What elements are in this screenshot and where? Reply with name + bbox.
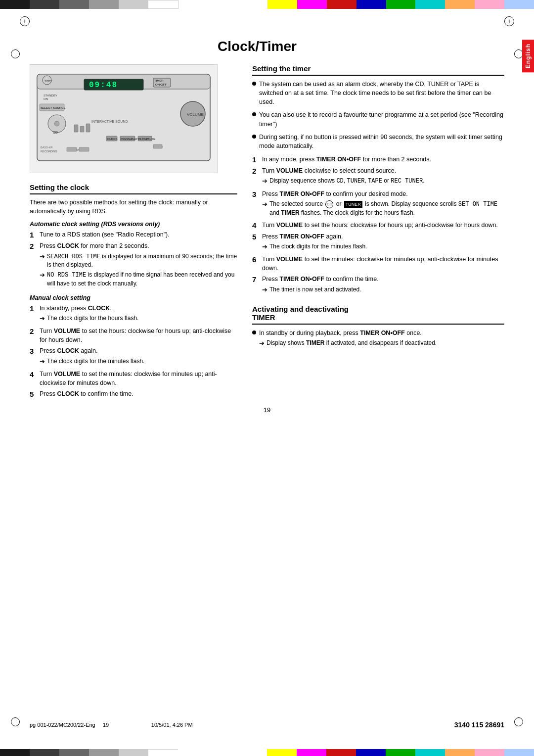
timer-step-3-arrow: ➔ The selected source CD or TUNER is sho… [262, 200, 504, 217]
reg-circle-right [504, 16, 514, 26]
timer-step-2-arrow: ➔ Display sequence shows CD, TUNER, TAPE… [262, 177, 504, 186]
timer-bullet-2: You can also use it to record a favourit… [252, 110, 504, 128]
setting-clock-header: Setting the clock [30, 183, 237, 194]
manual-step-5: 5 Press CLOCK to confirm the time. [30, 390, 237, 399]
color-block [445, 0, 475, 9]
device-svg: 09:48 TIMER STBY STANDBY ON SELECT SOURC… [35, 69, 213, 168]
timer-steps-list: 1 In any mode, press TIMER ON•OFF for mo… [252, 155, 504, 296]
svg-text:ON: ON [44, 97, 48, 100]
color-block [327, 0, 356, 9]
footer-right: 3140 115 28691 [454, 721, 504, 729]
bottom-reg-mark-left [11, 717, 20, 726]
color-block [0, 0, 30, 9]
color-block [504, 0, 534, 9]
timer-step-2: 2 Turn VOLUME clockwise to select sound … [252, 167, 504, 188]
color-block [386, 0, 416, 9]
auto-step-2-arrow1: ➔ SEARCH RDS TIME is displayed for a max… [40, 252, 237, 270]
timer-step-4: 4 Turn VOLUME to set the hours: clockwis… [252, 221, 504, 230]
reg-circle-left [20, 16, 30, 26]
svg-text:STBY: STBY [44, 80, 52, 83]
activating-bullet-1: In standby or during playback, press TIM… [252, 329, 504, 349]
setting-clock-section: Setting the clock There are two possible… [30, 183, 237, 399]
setting-timer-section: Setting the timer The system can be used… [252, 64, 504, 296]
svg-text:RECORDING: RECORDING [41, 150, 57, 153]
color-block [267, 0, 297, 9]
svg-rect-32 [67, 147, 77, 151]
setting-timer-header: Setting the timer [252, 64, 504, 76]
color-block [297, 0, 327, 9]
auto-steps-list: 1 Tune to a RDS station (see "Radio Rece… [30, 231, 237, 289]
svg-rect-33 [79, 147, 89, 151]
timer-step-6: 6 Turn VOLUME to set the minutes: clockw… [252, 255, 504, 273]
svg-rect-17 [74, 125, 78, 132]
manual-steps-list: 1 In standby, press CLOCK. ➔ The clock d… [30, 304, 237, 399]
manual-step-3: 3 Press CLOCK again. ➔ The clock digits … [30, 347, 237, 368]
two-column-layout: 09:48 TIMER STBY STANDBY ON SELECT SOURC… [30, 64, 504, 401]
auto-step-2-text: Press CLOCK for more than 2 seconds. [40, 242, 149, 249]
svg-rect-18 [80, 126, 84, 132]
right-column: Setting the timer The system can be used… [252, 64, 504, 354]
page-number: 19 [264, 406, 270, 414]
footer-left: pg 001-022/MC200/22-Eng 19 10/5/01, 4:26… [30, 722, 193, 728]
bottom-reg-mark-right [514, 717, 523, 726]
timer-step-1: 1 In any mode, press TIMER ON•OFF for mo… [252, 155, 504, 164]
timer-step-5-arrow: ➔ The clock digits for the minutes flash… [262, 242, 504, 251]
color-block [119, 0, 148, 9]
manual-step-1-arrow: ➔ The clock digits for the hours flash. [40, 314, 237, 323]
setting-clock-intro: There are two possible methods for setti… [30, 198, 237, 216]
svg-text:PRESS•PLAY: PRESS•PLAY [121, 138, 138, 141]
manual-step-3-arrow: ➔ The clock digits for the minutes flash… [40, 357, 237, 366]
auto-step-1: 1 Tune to a RDS station (see "Radio Rece… [30, 231, 237, 239]
device-image: 09:48 TIMER STBY STANDBY ON SELECT SOURC… [30, 64, 218, 173]
svg-text:CLOCK: CLOCK [107, 138, 118, 141]
reg-mark-left [20, 16, 30, 26]
page-title: Clock/Timer [30, 39, 504, 54]
cd-icon: CD [325, 200, 333, 208]
page-number-area: 19 [30, 406, 504, 414]
footer-date: 10/5/01, 4:26 PM [151, 722, 193, 728]
footer-bar: pg 001-022/MC200/22-Eng 19 10/5/01, 4:26… [30, 721, 504, 729]
bottom-color-bar [0, 749, 534, 756]
timer-bullets: The system can be used as an alarm clock… [252, 80, 504, 150]
activating-section: Activating and deactivating TIMER In sta… [252, 305, 504, 349]
bullet-dot [252, 135, 256, 139]
auto-step-2: 2 Press CLOCK for more than 2 seconds. ➔… [30, 242, 237, 289]
auto-step-2-arrow2: ➔ NO RDS TIME is displayed if no time si… [40, 271, 237, 288]
activating-bullets: In standby or during playback, press TIM… [252, 329, 504, 349]
svg-text:STANDBY: STANDBY [44, 94, 57, 97]
tuner-badge: TUNER [344, 201, 362, 208]
svg-text:BASS-NR: BASS-NR [41, 146, 52, 149]
color-block [89, 0, 119, 9]
bullet-dot [252, 112, 256, 116]
reg-mark-right [504, 16, 514, 26]
bullet-dot [252, 331, 256, 334]
color-block [475, 0, 504, 9]
manual-step-4: 4 Turn VOLUME to set the minutes: clockw… [30, 370, 237, 387]
timer-step-3: 3 Press TIMER ON•OFF to confirm your des… [252, 190, 504, 219]
svg-rect-19 [86, 124, 90, 132]
svg-rect-35 [153, 144, 162, 148]
svg-text:TIMER: TIMER [154, 79, 164, 82]
color-registration-bar [0, 0, 534, 9]
color-block [148, 0, 178, 9]
auto-step-1-text: Tune to a RDS station (see "Radio Recept… [40, 231, 170, 238]
timer-step-7-arrow: ➔ The timer is now set and activated. [262, 285, 504, 294]
manual-step-2: 2 Turn VOLUME to set the hours: clockwis… [30, 327, 237, 344]
svg-text:CD: CD [53, 131, 58, 134]
left-column: 09:48 TIMER STBY STANDBY ON SELECT SOURC… [30, 64, 237, 401]
svg-text:SELECT SOURCE: SELECT SOURCE [41, 106, 66, 109]
timer-step-7: 7 Press TIMER ON•OFF to confirm the time… [252, 275, 504, 296]
activating-arrow: ➔ Display shows TIMER if activated, and … [259, 339, 437, 348]
registration-marks-row [0, 9, 534, 34]
activating-header: Activating and deactivating TIMER [252, 305, 504, 325]
footer-doc-ref: pg 001-022/MC200/22-Eng [30, 722, 95, 728]
bullet-dot [252, 82, 256, 86]
manual-step-1: 1 In standby, press CLOCK. ➔ The clock d… [30, 304, 237, 325]
svg-text:PLAY•PAUSE: PLAY•PAUSE [138, 138, 155, 141]
color-block [356, 0, 386, 9]
footer-page-num: 19 [103, 722, 109, 728]
svg-text:09:48: 09:48 [89, 81, 118, 90]
timer-bullet-1: The system can be used as an alarm clock… [252, 80, 504, 106]
page-content: Clock/Timer 09:48 TIMER STBY [0, 34, 534, 428]
timer-bullet-3: During setting, if no button is pressed … [252, 133, 504, 150]
